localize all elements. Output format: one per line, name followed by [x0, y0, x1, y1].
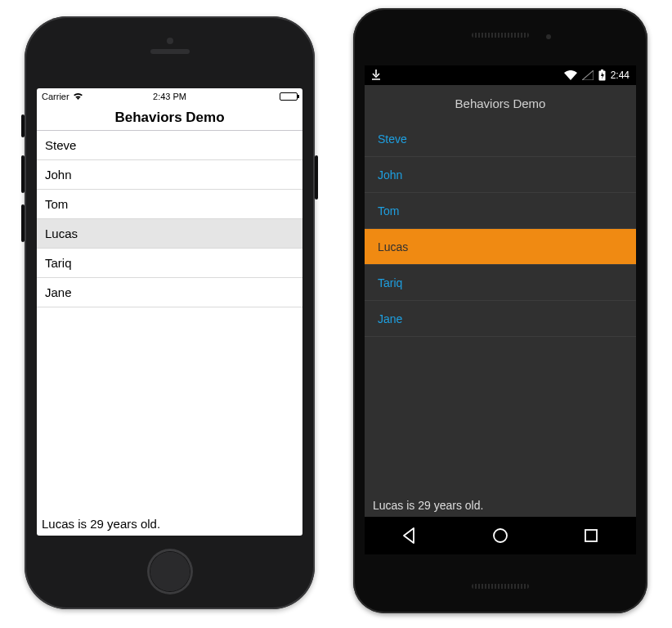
- wifi-icon: [73, 92, 83, 101]
- android-bottom-speaker: [472, 584, 529, 589]
- ios-clock: 2:43 PM: [153, 88, 186, 105]
- home-icon[interactable]: [490, 525, 511, 546]
- list-item[interactable]: Tom: [365, 193, 636, 229]
- page-title: Behaviors Demo: [114, 110, 224, 126]
- page-title: Behaviors Demo: [455, 96, 546, 110]
- list-item[interactable]: Jane: [365, 301, 636, 337]
- list-item[interactable]: John: [37, 160, 302, 190]
- signal-none-icon: [582, 70, 594, 80]
- list-item[interactable]: Lucas: [365, 229, 636, 265]
- list-item[interactable]: Jane: [37, 278, 302, 307]
- back-icon[interactable]: [399, 525, 420, 546]
- android-clock: 2:44: [611, 70, 629, 81]
- ios-carrier-label: Carrier: [42, 92, 69, 101]
- svg-rect-3: [585, 530, 597, 541]
- iphone-power-button: [315, 155, 318, 200]
- android-system-nav: [365, 517, 636, 554]
- ios-people-list[interactable]: SteveJohnTomLucasTariqJane: [37, 131, 302, 514]
- recents-icon[interactable]: [580, 525, 602, 546]
- list-item[interactable]: John: [365, 157, 636, 193]
- android-status-bar: 2:44: [365, 65, 636, 85]
- android-app-bar: Behaviors Demo: [365, 85, 636, 121]
- list-item[interactable]: Steve: [37, 131, 302, 160]
- iphone-mute-switch: [21, 114, 25, 137]
- android-detail-label: Lucas is 29 years old.: [365, 494, 636, 517]
- iphone-earpiece: [150, 49, 190, 54]
- list-item[interactable]: Tariq: [365, 265, 636, 301]
- ios-status-bar: Carrier 2:43 PM: [37, 88, 302, 105]
- android-device-frame: 2:44 Behaviors Demo SteveJohnTomLucasTar…: [353, 8, 647, 613]
- ios-detail-label: Lucas is 29 years old.: [37, 514, 302, 536]
- iphone-volume-down: [21, 204, 25, 242]
- iphone-front-camera: [167, 38, 173, 44]
- list-item[interactable]: Tom: [37, 190, 302, 219]
- list-item[interactable]: Steve: [365, 121, 636, 157]
- list-item[interactable]: Tariq: [37, 249, 302, 278]
- ios-screen: Carrier 2:43 PM Behaviors Demo SteveJohn…: [37, 88, 302, 536]
- svg-point-2: [494, 529, 507, 542]
- download-icon: [371, 70, 381, 81]
- list-item[interactable]: Lucas: [37, 219, 302, 249]
- ios-nav-bar: Behaviors Demo: [37, 105, 302, 131]
- wifi-icon: [564, 70, 577, 80]
- android-people-list[interactable]: SteveJohnTomLucasTariqJane: [365, 121, 636, 494]
- battery-charging-icon: [598, 70, 606, 81]
- android-earpiece: [472, 33, 529, 38]
- battery-icon: [280, 92, 298, 101]
- svg-rect-1: [601, 70, 603, 71]
- android-front-camera: [546, 34, 551, 39]
- iphone-device-frame: Carrier 2:43 PM Behaviors Demo SteveJohn…: [25, 16, 315, 609]
- iphone-home-button[interactable]: [147, 549, 193, 594]
- iphone-volume-up: [21, 155, 25, 193]
- android-screen: 2:44 Behaviors Demo SteveJohnTomLucasTar…: [365, 65, 636, 554]
